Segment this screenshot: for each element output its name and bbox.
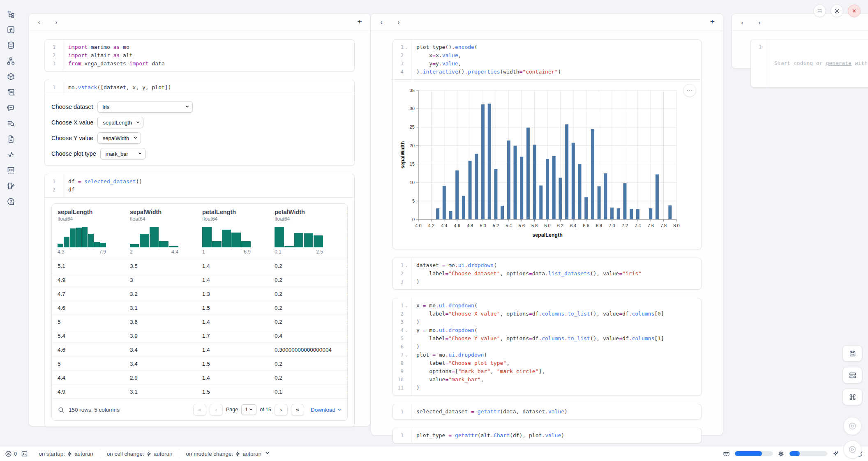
svg-text:5.2: 5.2 [493, 223, 499, 228]
package-icon[interactable] [6, 71, 16, 81]
stop-button[interactable] [843, 417, 861, 435]
code-editor[interactable]: 12df = selected_dataset()df [45, 174, 354, 197]
code-editor[interactable]: 1⌄234plot_type().encode( x=x.value, y=y.… [393, 40, 701, 79]
fold-chevron-icon[interactable]: ⌄ [404, 261, 409, 270]
menu-icon[interactable] [813, 5, 826, 17]
code-editor[interactable]: 123import marimo as moimport altair as a… [45, 40, 354, 71]
table-cell: 4.6 [52, 305, 124, 311]
search-icon[interactable] [58, 406, 65, 413]
save-button[interactable] [843, 345, 862, 362]
table-column-header[interactable]: sepalWidthfloat6424.4 [124, 209, 196, 259]
table-row[interactable]: 4.93.11.50.1setosa [52, 385, 347, 399]
memory-icon[interactable] [723, 450, 730, 457]
table-row[interactable]: 5.43.91.70.4setosa [52, 329, 347, 343]
table-row[interactable]: 4.42.91.40.2setosa [52, 371, 347, 385]
bot-chat-icon[interactable] [6, 103, 16, 113]
code-editor[interactable]: 1 Start coding or generate with [751, 39, 868, 87]
histogram-bar [304, 233, 313, 247]
command-button[interactable] [843, 389, 862, 405]
layout-button[interactable] [843, 367, 862, 383]
table-row[interactable]: 53.41.50.2setosa [52, 357, 347, 371]
dropdown-select[interactable]: sepalLength [97, 117, 143, 128]
fold-chevron-icon[interactable]: ⌄ [404, 43, 409, 51]
table-row[interactable]: 53.61.40.2setosa [52, 315, 347, 329]
table-row[interactable]: 4.73.21.30.2setosa [52, 287, 347, 301]
fold-spacer [404, 68, 409, 76]
floating-actions [843, 345, 862, 459]
terminal-icon[interactable] [21, 450, 28, 457]
table-column-header[interactable]: petalLengthfloat6416.9 [196, 209, 269, 259]
database-icon[interactable] [6, 40, 16, 50]
code-square-icon[interactable] [6, 165, 16, 175]
column-scroll-left-icon[interactable]: ‹ [738, 18, 747, 27]
activity-icon[interactable] [6, 150, 16, 159]
next-page-button[interactable]: › [275, 404, 288, 416]
code-editor[interactable]: 1mo.vstack([dataset, x, y, plot]) [45, 80, 354, 95]
table-column-header[interactable]: speciesobjectunique:nulls: [341, 209, 348, 259]
first-page-button[interactable]: « [193, 404, 206, 416]
code-token [474, 408, 478, 415]
code-content: dataset = mo.ui.dropdown( label="Choose … [411, 258, 701, 289]
altair-bar-chart[interactable]: 4.04.24.44.64.85.05.25.45.65.86.06.26.46… [397, 84, 699, 247]
range-max: 4.4 [171, 249, 178, 255]
network-icon[interactable] [6, 56, 16, 66]
autorun-setting[interactable]: on cell change:autorun [100, 449, 179, 458]
table-cell: setosa [341, 333, 348, 339]
list-search-icon[interactable] [6, 118, 16, 128]
fold-chevron-icon[interactable]: ⌄ [404, 302, 409, 310]
dropdown-select[interactable]: mark_bar [100, 148, 145, 159]
table-cell: 0.2 [269, 277, 341, 283]
sparkles-icon[interactable] [832, 450, 839, 457]
page-select[interactable]: 1 [241, 404, 256, 415]
svg-text:5.4: 5.4 [506, 223, 512, 228]
dropdown-select[interactable]: iris [97, 101, 193, 113]
table-column-header[interactable]: petalWidthfloat640.12.5 [269, 209, 341, 259]
autorun-setting[interactable]: on module change:autorun [179, 449, 277, 458]
table-cell: 3.6 [124, 319, 196, 325]
errors-indicator[interactable]: 0 [5, 450, 17, 457]
table-cell: 1.4 [196, 277, 269, 283]
code-token: columns [632, 311, 654, 317]
download-button[interactable]: Download [311, 407, 342, 413]
code-editor[interactable]: 1⌄23dataset = mo.ui.dropdown( label="Cho… [393, 258, 701, 289]
svg-text:6.6: 6.6 [583, 223, 589, 228]
close-icon[interactable] [848, 5, 861, 17]
column-scroll-right-icon[interactable]: › [394, 17, 403, 26]
column-scroll-left-icon[interactable]: ‹ [35, 17, 44, 26]
column-scroll-right-icon[interactable]: › [755, 18, 764, 27]
code-editor[interactable]: 1⌄234⌄567⌄891011x = mo.ui.dropdown( labe… [393, 298, 701, 395]
play-button[interactable] [843, 440, 861, 459]
table-cell: 3.5 [124, 263, 196, 269]
help-circle-icon[interactable] [6, 196, 16, 206]
code-token: plot_type() [416, 44, 452, 50]
add-column-button[interactable]: + [355, 17, 365, 27]
prev-page-button[interactable]: ‹ [210, 404, 223, 416]
autorun-setting[interactable]: on startup:autorun [32, 449, 100, 458]
fold-chevron-icon[interactable]: ⌄ [404, 351, 409, 359]
notebook-pen-icon[interactable] [6, 181, 16, 191]
file-tree-icon[interactable] [6, 9, 16, 19]
column-scroll-right-icon[interactable]: › [52, 17, 61, 26]
code-editor[interactable]: 1plot_type = getattr(alt.Chart(df), plot… [393, 428, 701, 443]
function-square-icon[interactable] [6, 25, 16, 35]
table-row[interactable]: 5.13.51.40.2setosa [52, 259, 347, 273]
histogram-bar [130, 244, 139, 247]
column-scroll-left-icon[interactable]: ‹ [377, 17, 386, 26]
chevron-down-icon [265, 450, 270, 457]
last-page-button[interactable]: » [291, 404, 304, 416]
table-column-header[interactable]: sepalLengthfloat644.37.9 [52, 209, 124, 259]
gear-icon[interactable] [831, 5, 843, 17]
file-text-icon[interactable] [6, 134, 16, 144]
table-row[interactable]: 4.63.11.50.2setosa [52, 301, 347, 315]
scroll-text-icon[interactable] [6, 87, 16, 97]
table-row[interactable]: 4.63.41.40.30000000000000004setosa [52, 343, 347, 357]
table-row[interactable]: 4.931.40.2setosa [52, 273, 347, 287]
fold-chevron-icon[interactable]: ⌄ [404, 326, 409, 334]
code-editor[interactable]: 1selected_dataset = getattr(data, datase… [393, 404, 701, 419]
dropdown-select[interactable]: sepalWidth [97, 132, 141, 144]
generate-with-ai-link[interactable]: generate [826, 60, 852, 66]
add-column-button[interactable]: + [707, 17, 717, 27]
cpu-icon[interactable] [778, 450, 785, 457]
chart-menu-icon[interactable]: ⋯ [683, 84, 696, 97]
code-token: df [68, 187, 75, 193]
